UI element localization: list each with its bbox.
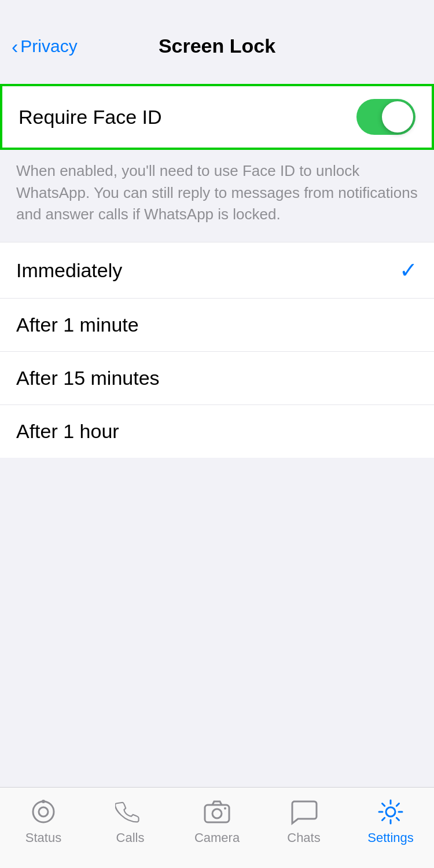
option-15-minutes[interactable]: After 15 minutes <box>0 352 434 405</box>
tab-settings-label: Settings <box>367 830 414 845</box>
tab-camera[interactable]: Camera <box>188 797 246 845</box>
tab-status-label: Status <box>25 830 61 845</box>
settings-icon <box>376 797 406 827</box>
option-immediately-label: Immediately <box>16 259 122 282</box>
tab-bar: Status Calls Camera Chats <box>0 787 434 868</box>
face-id-toggle-section: Require Face ID <box>0 84 434 150</box>
face-id-toggle-row[interactable]: Require Face ID <box>2 86 432 148</box>
option-15-minutes-label: After 15 minutes <box>16 367 160 389</box>
back-chevron-icon: ‹ <box>12 36 18 56</box>
camera-icon <box>202 797 232 827</box>
tab-calls[interactable]: Calls <box>101 797 159 845</box>
option-1-minute[interactable]: After 1 minute <box>0 299 434 352</box>
tab-status[interactable]: Status <box>14 797 72 845</box>
back-label: Privacy <box>20 36 77 56</box>
option-immediately-checkmark: ✓ <box>399 258 418 283</box>
face-id-toggle[interactable] <box>356 99 415 135</box>
svg-point-4 <box>212 809 222 818</box>
svg-point-0 <box>33 801 54 822</box>
status-icon <box>28 797 58 827</box>
tab-camera-label: Camera <box>194 830 240 845</box>
navigation-bar: ‹ Privacy Screen Lock <box>0 0 434 67</box>
page-title: Screen Lock <box>159 35 275 57</box>
svg-point-1 <box>39 807 48 816</box>
toggle-thumb <box>382 101 413 133</box>
tab-calls-label: Calls <box>116 830 145 845</box>
option-1-hour-label: After 1 hour <box>16 420 119 443</box>
lock-timing-options: Immediately ✓ After 1 minute After 15 mi… <box>0 242 434 458</box>
svg-point-2 <box>42 800 45 803</box>
face-id-label: Require Face ID <box>19 106 162 128</box>
tab-settings[interactable]: Settings <box>362 797 420 845</box>
back-button[interactable]: ‹ Privacy <box>12 36 78 56</box>
toggle-track <box>356 99 415 135</box>
tab-chats-label: Chats <box>287 830 320 845</box>
option-1-hour[interactable]: After 1 hour <box>0 405 434 458</box>
svg-point-5 <box>224 807 226 810</box>
svg-point-6 <box>386 807 395 816</box>
option-immediately[interactable]: Immediately ✓ <box>0 242 434 299</box>
option-1-minute-label: After 1 minute <box>16 314 139 336</box>
face-id-description: When enabled, you'll need to use Face ID… <box>0 150 434 242</box>
calls-icon <box>115 797 145 827</box>
chats-icon <box>289 797 319 827</box>
tab-chats[interactable]: Chats <box>275 797 333 845</box>
